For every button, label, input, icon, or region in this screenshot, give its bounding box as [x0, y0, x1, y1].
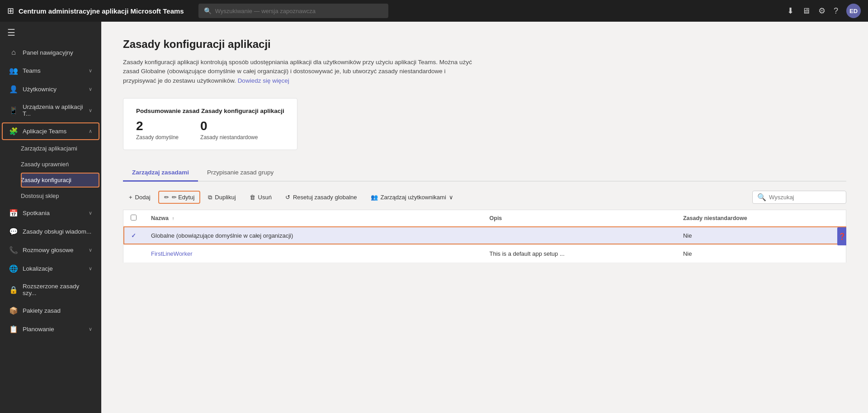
topbar-logo: ⊞ Centrum administracyjne aplikacji Micr… [7, 6, 184, 16]
table-wrapper: Nazwa ↑ Opis Zasady niestandardowe [123, 210, 846, 263]
table-search-input[interactable] [769, 194, 841, 201]
select-all-checkbox[interactable] [131, 215, 137, 221]
reset-button[interactable]: ↺ Resetuj zasady globalne [279, 191, 363, 204]
hamburger-button[interactable]: ☰ [0, 22, 101, 43]
row2-desc: This is a default app setup ... [490, 250, 565, 257]
app-title: Centrum administracyjne aplikacji Micros… [19, 7, 184, 15]
table-header-row: Nazwa ↑ Opis Zasady niestandardowe [123, 210, 846, 226]
planowanie-chevron: ∨ [89, 326, 92, 332]
help-icon[interactable]: ? [834, 6, 838, 16]
col-desc-header[interactable]: Opis [482, 210, 676, 226]
table-search-icon: 🔍 [757, 193, 766, 202]
phone-icon: 📞 [9, 246, 18, 254]
search-box[interactable]: 🔍 [198, 4, 388, 18]
row1-nonstandard: Nie [683, 232, 692, 239]
sidebar-sub-label-konfiguracji: Zasady konfiguracji [21, 177, 92, 183]
summary-stats: 2 Zasady domyślne 0 Zasady niestandardow… [136, 119, 284, 141]
sidebar-label-lokalizacje: Lokalizacje [23, 265, 84, 272]
teams-icon: 👥 [9, 66, 18, 75]
stat-custom: 0 Zasady niestandardowe [200, 119, 258, 141]
sidebar-sub-dostosuj[interactable]: Dostosuj sklep [21, 188, 99, 203]
spotkania-chevron: ∨ [89, 210, 92, 216]
table-row[interactable]: ✓ Globalne (obowiązujące domyślnie w cał… [123, 226, 846, 244]
add-button[interactable]: + Dodaj [123, 191, 156, 204]
row1-desc-cell [482, 226, 676, 244]
sidebar-label-rozszerzone: Rozszerzone zasady szy... [23, 283, 92, 296]
sidebar-item-spotkania[interactable]: 📅 Spotkania ∨ [2, 204, 99, 222]
duplicate-button[interactable]: ⧉ Duplikuj [202, 191, 241, 204]
package-icon: 📦 [9, 306, 18, 315]
edit-icon: ✏ [164, 194, 169, 201]
row1-name: Globalne (obowiązujące domyślnie w całej… [151, 232, 293, 239]
delete-label: Usuń [258, 194, 272, 201]
add-icon: + [129, 194, 132, 201]
col-checkbox [123, 210, 144, 226]
summary-card: Podsumowanie zasad Zasady konfiguracji a… [123, 98, 297, 150]
stat-custom-label: Zasady niestandardowe [200, 134, 258, 141]
sidebar-item-zasady-obslugi[interactable]: 💬 Zasady obsługi wiadom... [2, 223, 99, 240]
manage-users-button[interactable]: 👥 Zarządzaj użytkownikami ∨ [365, 191, 459, 204]
sidebar-label-spotkania: Spotkania [23, 210, 84, 216]
avatar[interactable]: ED [846, 4, 861, 18]
users-icon: 👤 [9, 85, 18, 94]
sidebar-item-aplikacje[interactable]: 🧩 Aplikacje Teams ∧ [2, 122, 99, 140]
stat-default-value: 2 [136, 119, 179, 133]
col-name-header[interactable]: Nazwa ↑ [144, 210, 482, 226]
page-desc-text: Zasady konfiguracji aplikacji kontrolują… [123, 59, 472, 84]
reset-label: Resetuj zasady globalne [293, 194, 357, 201]
tabs-bar: Zarządzaj zasadami Przypisanie zasad gru… [123, 164, 846, 182]
gear-icon[interactable]: ⚙ [818, 6, 826, 16]
row2-name-link[interactable]: FirstLineWorker [151, 250, 193, 257]
row1-check-icon: ✓ [131, 232, 136, 239]
sort-icon: ↑ [172, 216, 174, 221]
row2-name-cell: FirstLineWorker [144, 244, 482, 263]
table-row[interactable]: FirstLineWorker This is a default app se… [123, 244, 846, 263]
add-label: Dodaj [135, 194, 151, 201]
sidebar-item-teams[interactable]: 👥 Teams ∨ [2, 62, 99, 80]
sidebar-item-urzadzenia[interactable]: 📱 Urządzenia w aplikacji T... ∨ [2, 99, 99, 122]
sidebar-item-lokalizacje[interactable]: 🌐 Lokalizacje ∨ [2, 260, 99, 277]
manage-users-chevron: ∨ [449, 194, 453, 201]
device-icon: 📱 [9, 106, 18, 115]
sidebar-sub-zasady-konfiguracji[interactable]: Zasady konfiguracji [21, 173, 99, 188]
stat-default: 2 Zasady domyślne [136, 119, 179, 141]
screen-icon[interactable]: 🖥 [802, 6, 810, 16]
sidebar-sub-zarzadzaj[interactable]: Zarządzaj aplikacjami [21, 141, 99, 156]
grid-icon[interactable]: ⊞ [7, 6, 14, 16]
col-name-label: Nazwa [151, 215, 169, 221]
stat-default-label: Zasady domyślne [136, 134, 179, 141]
sidebar-label-urzadzenia: Urządzenia w aplikacji T... [23, 103, 84, 117]
sidebar-item-planowanie[interactable]: 📋 Planowanie ∨ [2, 320, 99, 338]
sidebar-sub-label-uprawnien: Zasady uprawnień [21, 161, 92, 168]
policies-table: Nazwa ↑ Opis Zasady niestandardowe [123, 210, 846, 263]
calendar-icon: 📅 [9, 209, 18, 217]
tab-przypisanie[interactable]: Przypisanie zasad grupy [198, 164, 283, 182]
row1-nonstandard-cell: Nie [676, 226, 846, 244]
sidebar-item-panel[interactable]: ⌂ Panel nawigacyjny [2, 44, 99, 61]
col-nonstandard-header[interactable]: Zasady niestandardowe [676, 210, 846, 226]
learn-more-link[interactable]: Dowiedz się więcej [238, 77, 289, 84]
stat-custom-value: 0 [200, 119, 258, 133]
row2-desc-cell: This is a default app setup ... [482, 244, 676, 263]
col-nonstandard-label: Zasady niestandardowe [683, 215, 747, 221]
sidebar-item-pakiety[interactable]: 📦 Pakiety zasad [2, 302, 99, 319]
sidebar-label-zasady-obslugi: Zasady obsługi wiadom... [23, 228, 92, 235]
trash-icon: 🗑 [250, 194, 255, 201]
download-icon[interactable]: ⬇ [787, 6, 794, 16]
sidebar-item-uzytkownicy[interactable]: 👤 Użytkownicy ∨ [2, 80, 99, 98]
rozmowy-chevron: ∨ [89, 247, 92, 253]
sidebar-sub-zasady-uprawnien[interactable]: Zasady uprawnień [21, 157, 99, 172]
edit-label: ✏ Edytuj [172, 194, 195, 201]
table-search[interactable]: 🔍 [752, 191, 846, 204]
sidebar-item-rozszerzone[interactable]: 🔒 Rozszerzone zasady szy... [2, 278, 99, 301]
tab-zarzadzaj-zasadami[interactable]: Zarządzaj zasadami [123, 164, 198, 182]
search-input[interactable] [215, 8, 383, 14]
message-icon: 💬 [9, 227, 18, 236]
duplicate-icon: ⧉ [208, 194, 212, 201]
delete-button[interactable]: 🗑 Usuń [244, 191, 278, 204]
sidebar-label-planowanie: Planowanie [23, 326, 84, 333]
sidebar-item-rozmowy[interactable]: 📞 Rozmowy głosowe ∨ [2, 241, 99, 259]
scroll-right-indicator[interactable]: ❓ [837, 227, 846, 245]
edit-button[interactable]: ✏ ✏ Edytuj [158, 191, 201, 204]
sidebar-label-teams: Teams [23, 67, 84, 74]
